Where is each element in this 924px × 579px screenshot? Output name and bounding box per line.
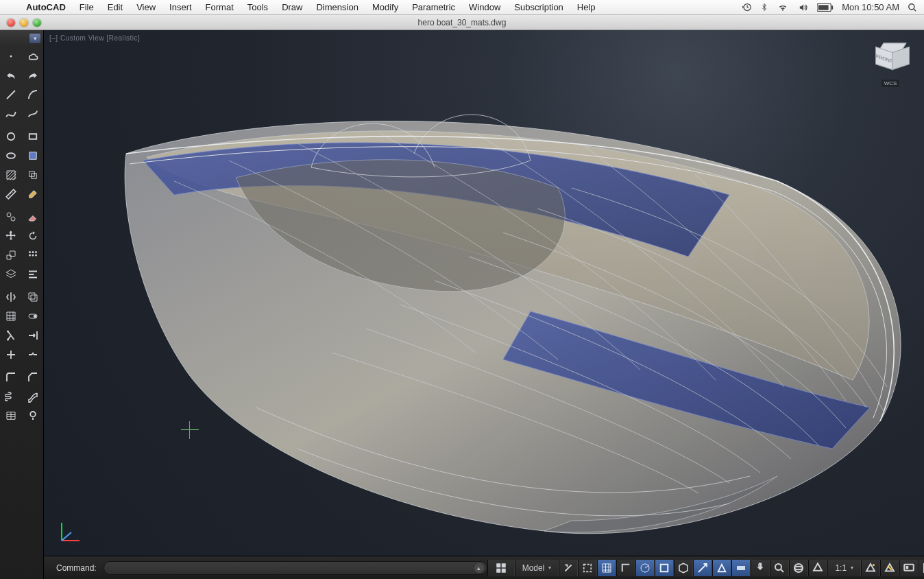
svg-point-20: [35, 251, 37, 253]
bluetooth-icon[interactable]: [760, 2, 768, 12]
tool-table[interactable]: [0, 406, 22, 425]
clean-screen-button[interactable]: [919, 560, 924, 576]
svg-rect-48: [906, 566, 909, 569]
model-boat-wireframe: [92, 64, 914, 556]
svg-rect-37: [496, 568, 500, 572]
status-toggle-polar-tracking[interactable]: [635, 560, 655, 576]
tool-spline[interactable]: [0, 104, 22, 123]
status-toggle-snap-mode[interactable]: [578, 560, 597, 576]
model-space-button[interactable]: Model▾: [515, 560, 559, 576]
tool-arc[interactable]: [22, 85, 44, 104]
svg-rect-41: [661, 564, 668, 571]
menu-format[interactable]: Format: [199, 0, 241, 15]
quick-view-button[interactable]: [487, 560, 515, 576]
status-toggle-object-snap-tracking[interactable]: [693, 560, 712, 576]
tool-rotate[interactable]: [22, 226, 44, 246]
svg-point-15: [11, 217, 15, 221]
tool-helix[interactable]: [0, 387, 22, 406]
status-toggle-dynamic-ucs[interactable]: [712, 560, 731, 576]
svg-point-7: [8, 133, 15, 141]
status-toggle-ortho-mode[interactable]: [616, 560, 635, 576]
tool-circle[interactable]: [0, 127, 22, 146]
tool-trim[interactable]: [0, 326, 22, 345]
tool-sweep[interactable]: [22, 387, 44, 406]
command-history-button[interactable]: ▴: [474, 563, 484, 573]
menu-file[interactable]: File: [73, 0, 101, 15]
spotlight-icon[interactable]: [908, 3, 917, 12]
tool-move[interactable]: [0, 226, 22, 246]
menu-view[interactable]: View: [130, 0, 162, 15]
tool-paint[interactable]: [22, 185, 44, 204]
tool-offset[interactable]: [22, 287, 44, 307]
annotation-autoscale-button[interactable]: [880, 560, 899, 576]
tool-query[interactable]: [22, 406, 44, 425]
tool-group[interactable]: [0, 207, 22, 226]
annotation-scale-icon[interactable]: [808, 560, 827, 576]
viewcube[interactable]: FRONT: [874, 40, 907, 73]
tool-join[interactable]: [0, 345, 22, 364]
annotation-visibility-button[interactable]: [861, 560, 880, 576]
menu-help[interactable]: Help: [570, 0, 603, 15]
tool-revcloud[interactable]: [22, 47, 44, 66]
menu-dimension[interactable]: Dimension: [309, 0, 365, 15]
tool-palette-header[interactable]: ▾: [0, 30, 43, 47]
tool-mirror[interactable]: [0, 287, 22, 307]
menu-draw[interactable]: Draw: [275, 0, 309, 15]
tool-measure[interactable]: [0, 185, 22, 204]
tool-curve[interactable]: [22, 104, 44, 123]
menu-tools[interactable]: Tools: [241, 0, 275, 15]
menu-insert[interactable]: Insert: [162, 0, 199, 15]
tool-fillet[interactable]: [0, 368, 22, 387]
tool-point[interactable]: [0, 47, 22, 66]
status-toggle-dynamic-input[interactable]: [731, 560, 751, 576]
app-menu[interactable]: AutoCAD: [19, 0, 73, 15]
tool-array[interactable]: [22, 246, 44, 265]
tool-ellipse[interactable]: [0, 146, 22, 165]
tool-redo[interactable]: [22, 66, 44, 85]
tool-chamfer[interactable]: [22, 368, 44, 387]
tool-line[interactable]: [0, 85, 22, 104]
wifi-icon[interactable]: [777, 3, 789, 12]
svg-rect-2: [818, 5, 829, 10]
tool-break[interactable]: [22, 345, 44, 364]
tool-erase[interactable]: [22, 207, 44, 226]
volume-icon[interactable]: [797, 3, 809, 12]
tool-align[interactable]: [22, 265, 44, 284]
tool-copy[interactable]: [22, 165, 44, 185]
menu-edit[interactable]: Edit: [101, 0, 130, 15]
drawing-viewport[interactable]: [–] Custom View [Realistic] FRONT WCS: [44, 30, 924, 556]
status-toggle-object-snap[interactable]: [655, 560, 674, 576]
menu-parametric[interactable]: Parametric: [405, 0, 462, 15]
status-toggle-3d-osnap[interactable]: [674, 560, 693, 576]
status-toggle-grid-display[interactable]: [597, 560, 616, 576]
time-machine-icon[interactable]: [742, 2, 752, 12]
tool-undo[interactable]: [0, 66, 22, 85]
zoom-button[interactable]: [770, 560, 789, 576]
tool-scale[interactable]: [0, 246, 22, 265]
command-label: Command:: [44, 563, 104, 573]
pan-button[interactable]: [751, 560, 770, 576]
menu-window[interactable]: Window: [462, 0, 507, 15]
tool-extend[interactable]: [22, 326, 44, 345]
tool-layer[interactable]: [0, 265, 22, 284]
tool-rectangle[interactable]: [22, 127, 44, 146]
menu-modify[interactable]: Modify: [365, 0, 405, 15]
viewport-label[interactable]: [–] Custom View [Realistic]: [49, 34, 140, 42]
battery-icon[interactable]: [817, 3, 834, 12]
ucs-icon[interactable]: [56, 519, 84, 546]
annotation-scale-button[interactable]: 1:1▾: [827, 560, 861, 576]
orbit-button[interactable]: [789, 560, 808, 576]
menubar-clock[interactable]: Mon 10:50 AM: [842, 2, 899, 12]
document-title: hero boat_30_mats.dwg: [0, 18, 924, 27]
crosshair-cursor: [181, 421, 199, 439]
workspace-switching-button[interactable]: [899, 560, 919, 576]
tool-grid-tool[interactable]: [0, 307, 22, 326]
tool-hatch[interactable]: [0, 165, 22, 185]
command-input[interactable]: ▴: [104, 561, 487, 575]
viewcube-wcs-label[interactable]: WCS: [882, 80, 900, 87]
document-titlebar: hero boat_30_mats.dwg: [0, 15, 924, 30]
status-toggle-infer-constraints[interactable]: [559, 560, 578, 576]
tool-toggle[interactable]: [22, 307, 44, 326]
tool-region[interactable]: [22, 146, 44, 165]
menu-subscription[interactable]: Subscription: [507, 0, 570, 15]
